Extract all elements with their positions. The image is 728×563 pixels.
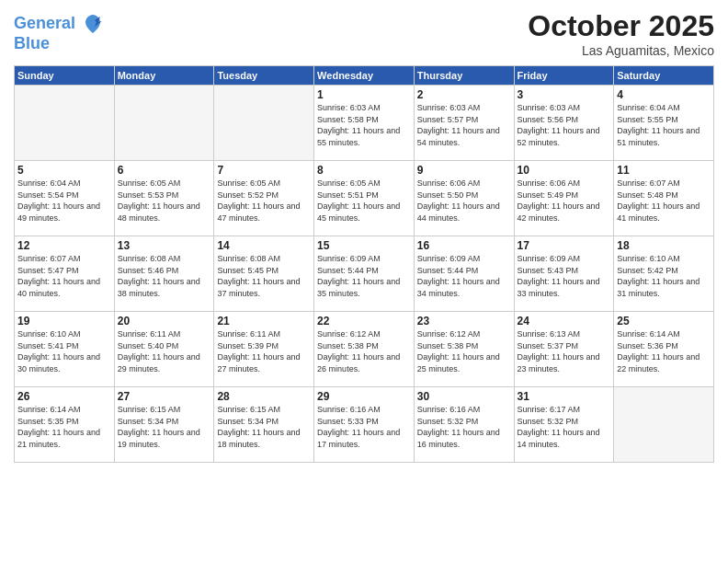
weekday-header-friday: Friday [514, 66, 614, 86]
day-number: 29 [317, 390, 411, 403]
day-info: Sunrise: 6:11 AMSunset: 5:40 PMDaylight:… [118, 328, 211, 374]
day-info: Sunrise: 6:04 AMSunset: 5:55 PMDaylight:… [617, 102, 711, 148]
day-info: Sunrise: 6:07 AMSunset: 5:47 PMDaylight:… [17, 253, 111, 299]
day-number: 11 [617, 164, 711, 177]
calendar-cell: 23Sunrise: 6:12 AMSunset: 5:38 PMDayligh… [414, 312, 514, 387]
calendar-cell: 24Sunrise: 6:13 AMSunset: 5:37 PMDayligh… [514, 312, 614, 387]
day-info: Sunrise: 6:15 AMSunset: 5:34 PMDaylight:… [118, 404, 211, 450]
day-number: 17 [518, 239, 611, 252]
calendar-week-row: 5Sunrise: 6:04 AMSunset: 5:54 PMDaylight… [15, 161, 714, 236]
calendar-cell: 14Sunrise: 6:08 AMSunset: 5:45 PMDayligh… [214, 236, 314, 312]
day-info: Sunrise: 6:09 AMSunset: 5:43 PMDaylight:… [518, 253, 611, 299]
calendar-cell: 20Sunrise: 6:11 AMSunset: 5:40 PMDayligh… [114, 312, 214, 387]
calendar-cell: 21Sunrise: 6:11 AMSunset: 5:39 PMDayligh… [214, 312, 314, 387]
day-number: 25 [617, 315, 711, 327]
day-number: 24 [518, 315, 611, 327]
day-number: 10 [518, 164, 611, 177]
day-number: 9 [417, 164, 511, 177]
day-info: Sunrise: 6:03 AMSunset: 5:56 PMDaylight:… [518, 102, 611, 148]
calendar-week-row: 1Sunrise: 6:03 AMSunset: 5:58 PMDaylight… [15, 86, 714, 161]
calendar-cell: 8Sunrise: 6:05 AMSunset: 5:51 PMDaylight… [314, 161, 415, 236]
calendar-cell: 31Sunrise: 6:17 AMSunset: 5:32 PMDayligh… [514, 387, 614, 463]
day-number: 4 [617, 88, 711, 101]
day-number: 28 [217, 390, 311, 403]
day-number: 21 [217, 315, 311, 327]
logo-blue-text: Blue [14, 35, 104, 53]
day-number: 6 [118, 164, 211, 177]
day-number: 19 [17, 315, 111, 327]
day-info: Sunrise: 6:17 AMSunset: 5:32 PMDaylight:… [518, 404, 611, 450]
day-info: Sunrise: 6:12 AMSunset: 5:38 PMDaylight:… [417, 328, 511, 374]
calendar-cell: 5Sunrise: 6:04 AMSunset: 5:54 PMDaylight… [15, 161, 115, 236]
day-number: 30 [417, 390, 511, 403]
day-info: Sunrise: 6:03 AMSunset: 5:58 PMDaylight:… [317, 102, 411, 148]
weekday-header-tuesday: Tuesday [214, 66, 314, 86]
calendar-cell: 16Sunrise: 6:09 AMSunset: 5:44 PMDayligh… [414, 236, 514, 312]
calendar-cell: 18Sunrise: 6:10 AMSunset: 5:42 PMDayligh… [614, 236, 714, 312]
calendar-cell: 27Sunrise: 6:15 AMSunset: 5:34 PMDayligh… [114, 387, 214, 463]
day-info: Sunrise: 6:08 AMSunset: 5:46 PMDaylight:… [118, 253, 211, 299]
calendar-week-row: 12Sunrise: 6:07 AMSunset: 5:47 PMDayligh… [15, 236, 714, 312]
logo-text: General [14, 13, 104, 35]
day-number: 1 [317, 88, 411, 101]
day-info: Sunrise: 6:10 AMSunset: 5:42 PMDaylight:… [617, 253, 711, 299]
day-number: 22 [317, 315, 411, 327]
calendar-cell: 30Sunrise: 6:16 AMSunset: 5:32 PMDayligh… [414, 387, 514, 463]
logo: General Blue [14, 13, 104, 53]
calendar-cell: 29Sunrise: 6:16 AMSunset: 5:33 PMDayligh… [314, 387, 415, 463]
calendar-cell: 10Sunrise: 6:06 AMSunset: 5:49 PMDayligh… [514, 161, 614, 236]
day-info: Sunrise: 6:04 AMSunset: 5:54 PMDaylight:… [17, 178, 111, 224]
weekday-header-saturday: Saturday [614, 66, 714, 86]
location: Las Aguamitas, Mexico [528, 43, 714, 58]
calendar-cell: 28Sunrise: 6:15 AMSunset: 5:34 PMDayligh… [214, 387, 314, 463]
day-info: Sunrise: 6:05 AMSunset: 5:51 PMDaylight:… [317, 178, 411, 224]
title-area: October 2025 Las Aguamitas, Mexico [528, 9, 714, 58]
day-info: Sunrise: 6:05 AMSunset: 5:53 PMDaylight:… [118, 178, 211, 224]
calendar-page: General Blue October 2025 Las Aguamitas,… [0, 0, 728, 563]
day-info: Sunrise: 6:12 AMSunset: 5:38 PMDaylight:… [317, 328, 411, 374]
weekday-header-monday: Monday [114, 66, 214, 86]
day-number: 7 [217, 164, 311, 177]
header: General Blue October 2025 Las Aguamitas,… [14, 9, 714, 58]
day-info: Sunrise: 6:03 AMSunset: 5:57 PMDaylight:… [417, 102, 511, 148]
day-number: 18 [617, 239, 711, 252]
day-info: Sunrise: 6:10 AMSunset: 5:41 PMDaylight:… [17, 328, 111, 374]
day-number: 5 [17, 164, 111, 177]
weekday-header-row: SundayMondayTuesdayWednesdayThursdayFrid… [15, 66, 714, 86]
day-number: 15 [317, 239, 411, 252]
calendar-cell: 15Sunrise: 6:09 AMSunset: 5:44 PMDayligh… [314, 236, 415, 312]
day-info: Sunrise: 6:16 AMSunset: 5:32 PMDaylight:… [417, 404, 511, 450]
day-info: Sunrise: 6:16 AMSunset: 5:33 PMDaylight:… [317, 404, 411, 450]
weekday-header-wednesday: Wednesday [314, 66, 415, 86]
calendar-cell: 9Sunrise: 6:06 AMSunset: 5:50 PMDaylight… [414, 161, 514, 236]
weekday-header-thursday: Thursday [414, 66, 514, 86]
day-info: Sunrise: 6:09 AMSunset: 5:44 PMDaylight:… [417, 253, 511, 299]
calendar-week-row: 26Sunrise: 6:14 AMSunset: 5:35 PMDayligh… [15, 387, 714, 463]
day-info: Sunrise: 6:11 AMSunset: 5:39 PMDaylight:… [217, 328, 311, 374]
day-number: 12 [17, 239, 111, 252]
calendar-cell: 22Sunrise: 6:12 AMSunset: 5:38 PMDayligh… [314, 312, 415, 387]
month-title: October 2025 [528, 9, 714, 43]
calendar-table: SundayMondayTuesdayWednesdayThursdayFrid… [14, 65, 714, 463]
day-number: 13 [118, 239, 211, 252]
weekday-header-sunday: Sunday [15, 66, 115, 86]
calendar-cell: 25Sunrise: 6:14 AMSunset: 5:36 PMDayligh… [614, 312, 714, 387]
day-info: Sunrise: 6:05 AMSunset: 5:52 PMDaylight:… [217, 178, 311, 224]
calendar-cell: 3Sunrise: 6:03 AMSunset: 5:56 PMDaylight… [514, 86, 614, 161]
calendar-cell: 13Sunrise: 6:08 AMSunset: 5:46 PMDayligh… [114, 236, 214, 312]
day-number: 14 [217, 239, 311, 252]
day-info: Sunrise: 6:06 AMSunset: 5:50 PMDaylight:… [417, 178, 511, 224]
calendar-cell [614, 387, 714, 463]
day-number: 31 [518, 390, 611, 403]
day-info: Sunrise: 6:08 AMSunset: 5:45 PMDaylight:… [217, 253, 311, 299]
calendar-cell: 26Sunrise: 6:14 AMSunset: 5:35 PMDayligh… [15, 387, 115, 463]
calendar-cell: 12Sunrise: 6:07 AMSunset: 5:47 PMDayligh… [15, 236, 115, 312]
calendar-cell [214, 86, 314, 161]
calendar-cell: 2Sunrise: 6:03 AMSunset: 5:57 PMDaylight… [414, 86, 514, 161]
day-info: Sunrise: 6:15 AMSunset: 5:34 PMDaylight:… [217, 404, 311, 450]
calendar-cell: 11Sunrise: 6:07 AMSunset: 5:48 PMDayligh… [614, 161, 714, 236]
day-info: Sunrise: 6:14 AMSunset: 5:35 PMDaylight:… [17, 404, 111, 450]
calendar-cell: 1Sunrise: 6:03 AMSunset: 5:58 PMDaylight… [314, 86, 415, 161]
day-number: 20 [118, 315, 211, 327]
calendar-cell: 17Sunrise: 6:09 AMSunset: 5:43 PMDayligh… [514, 236, 614, 312]
